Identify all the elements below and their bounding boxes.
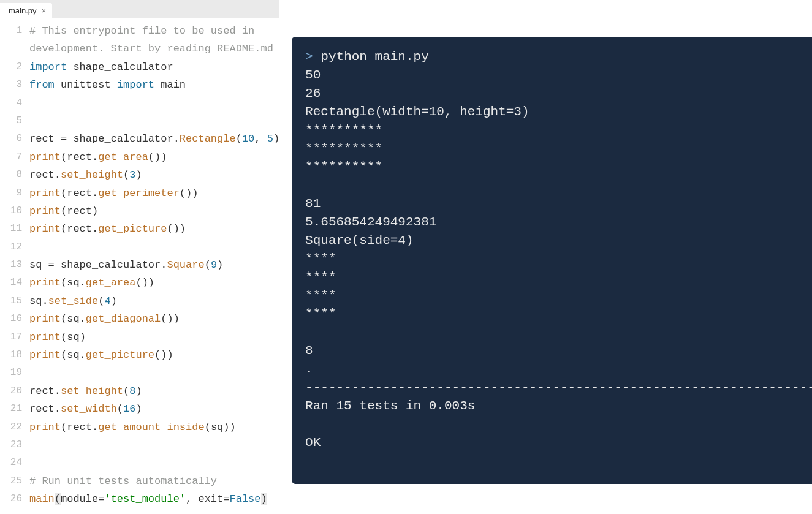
line-number: 22 (0, 418, 22, 436)
code-line[interactable]: print(rect.get_amount_inside(sq)) (29, 418, 279, 436)
code-line[interactable]: from unittest import main (29, 76, 279, 94)
line-number: 10 (0, 202, 22, 220)
line-number: 1 (0, 22, 22, 40)
code-line[interactable]: rect = shape_calculator.Rectangle(10, 5) (29, 130, 279, 148)
code-line[interactable]: print(sq) (29, 328, 279, 346)
line-number: 8 (0, 166, 22, 184)
code-line[interactable]: print(sq.get_picture()) (29, 346, 279, 364)
line-number: 20 (0, 382, 22, 400)
terminal-pane: > python main.py 50 26 Rectangle(width=1… (279, 0, 812, 514)
code-line[interactable]: rect.set_height(3) (29, 166, 279, 184)
code-line[interactable] (29, 454, 279, 472)
code-line[interactable]: # This entrypoint file to be used in (29, 22, 279, 40)
line-number: 24 (0, 454, 22, 472)
line-number: 7 (0, 148, 22, 166)
code-line[interactable]: print(rect.get_area()) (29, 148, 279, 166)
line-number: 3 (0, 76, 22, 94)
code-line[interactable] (29, 112, 279, 130)
code-line[interactable]: rect.set_width(16) (29, 400, 279, 418)
code-line[interactable] (29, 364, 279, 382)
tab-bar: main.py × (0, 0, 279, 18)
code-line[interactable]: rect.set_height(8) (29, 382, 279, 400)
line-number-gutter: 1 23456789101112131415161718192021222324… (0, 22, 29, 514)
code-line[interactable] (29, 238, 279, 256)
code-line[interactable] (29, 436, 279, 454)
line-number: 11 (0, 220, 22, 238)
close-icon[interactable]: × (40, 6, 48, 15)
line-number: 12 (0, 238, 22, 256)
line-number: 21 (0, 400, 22, 418)
line-number: 13 (0, 256, 22, 274)
line-number: 6 (0, 130, 22, 148)
line-number: 17 (0, 328, 22, 346)
line-number: 16 (0, 310, 22, 328)
code-line[interactable]: print(rect.get_perimeter()) (29, 184, 279, 202)
line-number: 14 (0, 274, 22, 292)
line-number: 9 (0, 184, 22, 202)
line-number: 25 (0, 472, 22, 490)
editor-body[interactable]: 1 23456789101112131415161718192021222324… (0, 18, 279, 514)
line-number: 18 (0, 346, 22, 364)
code-line[interactable]: # Run unit tests automatically (29, 472, 279, 490)
code-line[interactable]: print(sq.get_area()) (29, 274, 279, 292)
editor-pane: main.py × 1 2345678910111213141516171819… (0, 0, 279, 514)
terminal-command: python main.py (321, 50, 428, 64)
line-number: 4 (0, 94, 22, 112)
code-line[interactable]: sq.set_side(4) (29, 292, 279, 310)
code-area[interactable]: # This entrypoint file to be used indeve… (29, 22, 279, 514)
code-line[interactable]: print(sq.get_diagonal()) (29, 310, 279, 328)
code-line[interactable]: main(module='test_module', exit=False) (29, 490, 279, 508)
terminal[interactable]: > python main.py 50 26 Rectangle(width=1… (292, 37, 812, 484)
code-line[interactable]: print(rect.get_picture()) (29, 220, 279, 238)
code-line[interactable]: import shape_calculator (29, 58, 279, 76)
code-line[interactable]: sq = shape_calculator.Square(9) (29, 256, 279, 274)
code-line-wrapped[interactable]: development. Start by reading README.md (29, 40, 279, 58)
line-number: 26 (0, 490, 22, 508)
line-number: 19 (0, 364, 22, 382)
line-number: 23 (0, 436, 22, 454)
ide-container: main.py × 1 2345678910111213141516171819… (0, 0, 812, 514)
tab-filename: main.py (9, 6, 37, 15)
file-tab[interactable]: main.py × (0, 3, 52, 18)
line-number: 2 (0, 58, 22, 76)
code-line[interactable] (29, 94, 279, 112)
line-number: 5 (0, 112, 22, 130)
line-number: 15 (0, 292, 22, 310)
code-line[interactable]: print(rect) (29, 202, 279, 220)
prompt-icon: > (305, 50, 309, 64)
